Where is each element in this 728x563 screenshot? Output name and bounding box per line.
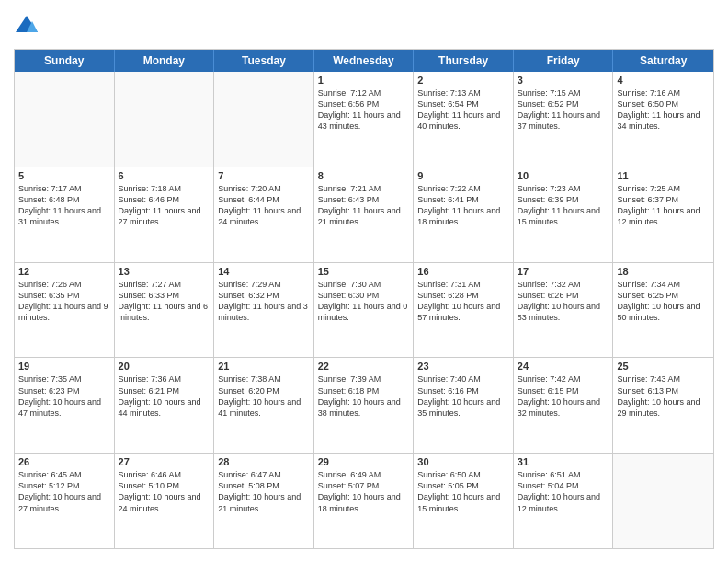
day-header-tuesday: Tuesday [214, 50, 314, 72]
week-row-4: 19Sunrise: 7:35 AM Sunset: 6:23 PM Dayli… [15, 358, 713, 454]
empty-cell [214, 72, 314, 167]
day-header-wednesday: Wednesday [314, 50, 415, 72]
day-cell-24: 24Sunrise: 7:42 AM Sunset: 6:15 PM Dayli… [514, 358, 614, 453]
day-number: 16 [417, 266, 509, 277]
day-number: 30 [417, 456, 509, 467]
week-row-3: 12Sunrise: 7:26 AM Sunset: 6:35 PM Dayli… [15, 263, 713, 359]
day-header-saturday: Saturday [613, 50, 713, 72]
day-cell-15: 15Sunrise: 7:30 AM Sunset: 6:30 PM Dayli… [314, 263, 415, 358]
day-cell-31: 31Sunrise: 6:51 AM Sunset: 5:04 PM Dayli… [514, 454, 614, 548]
day-cell-11: 11Sunrise: 7:25 AM Sunset: 6:37 PM Dayli… [613, 167, 713, 262]
day-info: Sunrise: 6:51 AM Sunset: 5:04 PM Dayligh… [518, 469, 609, 514]
week-row-1: 1Sunrise: 7:12 AM Sunset: 6:56 PM Daylig… [15, 72, 713, 167]
day-number: 12 [18, 266, 110, 277]
day-cell-21: 21Sunrise: 7:38 AM Sunset: 6:20 PM Dayli… [214, 358, 314, 453]
day-number: 19 [18, 361, 110, 372]
calendar: SundayMondayTuesdayWednesdayThursdayFrid… [14, 49, 714, 549]
day-number: 10 [518, 170, 609, 181]
day-number: 15 [318, 266, 410, 277]
day-cell-25: 25Sunrise: 7:43 AM Sunset: 6:13 PM Dayli… [613, 358, 713, 453]
day-cell-13: 13Sunrise: 7:27 AM Sunset: 6:33 PM Dayli… [115, 263, 215, 358]
day-number: 28 [218, 456, 310, 467]
day-info: Sunrise: 7:18 AM Sunset: 6:46 PM Dayligh… [119, 183, 210, 228]
day-number: 11 [617, 170, 710, 181]
day-info: Sunrise: 6:45 AM Sunset: 5:12 PM Dayligh… [18, 469, 110, 514]
day-cell-8: 8Sunrise: 7:21 AM Sunset: 6:43 PM Daylig… [314, 167, 415, 262]
day-cell-6: 6Sunrise: 7:18 AM Sunset: 6:46 PM Daylig… [115, 167, 215, 262]
day-number: 4 [617, 75, 710, 86]
day-info: Sunrise: 7:22 AM Sunset: 6:41 PM Dayligh… [417, 183, 509, 228]
day-number: 20 [119, 361, 210, 372]
day-header-sunday: Sunday [15, 50, 115, 72]
day-cell-22: 22Sunrise: 7:39 AM Sunset: 6:18 PM Dayli… [314, 358, 415, 453]
day-info: Sunrise: 7:17 AM Sunset: 6:48 PM Dayligh… [18, 183, 110, 228]
day-number: 17 [518, 266, 609, 277]
day-number: 18 [617, 266, 710, 277]
day-cell-14: 14Sunrise: 7:29 AM Sunset: 6:32 PM Dayli… [214, 263, 314, 358]
day-info: Sunrise: 7:16 AM Sunset: 6:50 PM Dayligh… [617, 87, 710, 132]
day-cell-18: 18Sunrise: 7:34 AM Sunset: 6:25 PM Dayli… [613, 263, 713, 358]
day-info: Sunrise: 7:43 AM Sunset: 6:13 PM Dayligh… [617, 373, 710, 419]
calendar-header: SundayMondayTuesdayWednesdayThursdayFrid… [15, 50, 713, 72]
day-number: 3 [518, 75, 609, 86]
day-info: Sunrise: 7:30 AM Sunset: 6:30 PM Dayligh… [318, 279, 410, 324]
day-number: 5 [18, 170, 110, 181]
day-number: 6 [119, 170, 210, 181]
day-number: 27 [119, 456, 210, 467]
day-cell-3: 3Sunrise: 7:15 AM Sunset: 6:52 PM Daylig… [514, 72, 614, 167]
day-number: 24 [518, 361, 609, 372]
header [14, 14, 714, 40]
day-cell-4: 4Sunrise: 7:16 AM Sunset: 6:50 PM Daylig… [613, 72, 713, 167]
day-cell-12: 12Sunrise: 7:26 AM Sunset: 6:35 PM Dayli… [15, 263, 115, 358]
day-cell-26: 26Sunrise: 6:45 AM Sunset: 5:12 PM Dayli… [15, 454, 115, 548]
day-info: Sunrise: 7:31 AM Sunset: 6:28 PM Dayligh… [417, 279, 509, 324]
day-cell-28: 28Sunrise: 6:47 AM Sunset: 5:08 PM Dayli… [214, 454, 314, 548]
day-cell-23: 23Sunrise: 7:40 AM Sunset: 6:16 PM Dayli… [414, 358, 514, 453]
day-info: Sunrise: 7:15 AM Sunset: 6:52 PM Dayligh… [518, 87, 609, 132]
week-row-5: 26Sunrise: 6:45 AM Sunset: 5:12 PM Dayli… [15, 454, 713, 548]
day-header-thursday: Thursday [414, 50, 514, 72]
day-header-monday: Monday [115, 50, 215, 72]
day-number: 23 [417, 361, 509, 372]
day-cell-2: 2Sunrise: 7:13 AM Sunset: 6:54 PM Daylig… [414, 72, 514, 167]
day-info: Sunrise: 7:26 AM Sunset: 6:35 PM Dayligh… [18, 279, 110, 324]
empty-cell [613, 454, 713, 548]
day-number: 8 [318, 170, 410, 181]
day-info: Sunrise: 7:13 AM Sunset: 6:54 PM Dayligh… [417, 87, 509, 132]
day-cell-5: 5Sunrise: 7:17 AM Sunset: 6:48 PM Daylig… [15, 167, 115, 262]
calendar-body: 1Sunrise: 7:12 AM Sunset: 6:56 PM Daylig… [15, 72, 713, 548]
day-number: 22 [318, 361, 410, 372]
day-info: Sunrise: 7:12 AM Sunset: 6:56 PM Dayligh… [318, 87, 410, 132]
day-number: 2 [417, 75, 509, 86]
logo-icon [14, 14, 40, 40]
day-number: 13 [119, 266, 210, 277]
logo [14, 14, 43, 40]
day-info: Sunrise: 7:23 AM Sunset: 6:39 PM Dayligh… [518, 183, 609, 228]
day-cell-17: 17Sunrise: 7:32 AM Sunset: 6:26 PM Dayli… [514, 263, 614, 358]
day-info: Sunrise: 7:25 AM Sunset: 6:37 PM Dayligh… [617, 183, 710, 228]
day-info: Sunrise: 6:46 AM Sunset: 5:10 PM Dayligh… [119, 469, 210, 514]
day-cell-29: 29Sunrise: 6:49 AM Sunset: 5:07 PM Dayli… [314, 454, 415, 548]
day-number: 25 [617, 361, 710, 372]
day-info: Sunrise: 7:27 AM Sunset: 6:33 PM Dayligh… [119, 279, 210, 324]
week-row-2: 5Sunrise: 7:17 AM Sunset: 6:48 PM Daylig… [15, 167, 713, 263]
day-number: 29 [318, 456, 410, 467]
day-info: Sunrise: 7:20 AM Sunset: 6:44 PM Dayligh… [218, 183, 310, 228]
day-info: Sunrise: 7:36 AM Sunset: 6:21 PM Dayligh… [119, 373, 210, 419]
day-info: Sunrise: 7:21 AM Sunset: 6:43 PM Dayligh… [318, 183, 410, 228]
day-info: Sunrise: 7:40 AM Sunset: 6:16 PM Dayligh… [417, 373, 509, 419]
day-number: 31 [518, 456, 609, 467]
empty-cell [115, 72, 215, 167]
day-info: Sunrise: 6:49 AM Sunset: 5:07 PM Dayligh… [318, 469, 410, 514]
empty-cell [15, 72, 115, 167]
day-cell-19: 19Sunrise: 7:35 AM Sunset: 6:23 PM Dayli… [15, 358, 115, 453]
day-info: Sunrise: 6:50 AM Sunset: 5:05 PM Dayligh… [417, 469, 509, 514]
day-header-friday: Friday [514, 50, 614, 72]
day-number: 1 [318, 75, 410, 86]
day-cell-1: 1Sunrise: 7:12 AM Sunset: 6:56 PM Daylig… [314, 72, 415, 167]
day-info: Sunrise: 7:32 AM Sunset: 6:26 PM Dayligh… [518, 279, 609, 324]
day-info: Sunrise: 6:47 AM Sunset: 5:08 PM Dayligh… [218, 469, 310, 514]
day-info: Sunrise: 7:39 AM Sunset: 6:18 PM Dayligh… [318, 373, 410, 419]
day-cell-10: 10Sunrise: 7:23 AM Sunset: 6:39 PM Dayli… [514, 167, 614, 262]
day-cell-9: 9Sunrise: 7:22 AM Sunset: 6:41 PM Daylig… [414, 167, 514, 262]
